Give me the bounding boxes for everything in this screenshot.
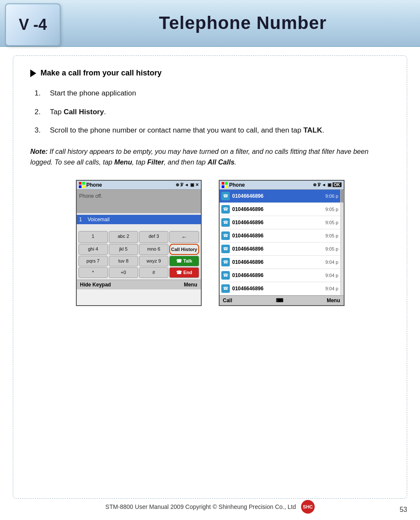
keyboard-icon[interactable]: ⌨: [276, 298, 283, 303]
close-icon[interactable]: ✕: [195, 182, 199, 187]
key-2[interactable]: abc 2: [109, 231, 138, 243]
call-row-1[interactable]: ☎ 01046646896 9:06 p: [220, 190, 340, 203]
note-menu: Menu: [114, 159, 132, 166]
end-button[interactable]: ☎ End: [169, 267, 199, 278]
note-label: Note:: [30, 148, 48, 155]
left-phone-body: Phone off. 1 Voicemail 1 abc 2 def 3 ← g…: [77, 190, 201, 289]
note-filter: Filter: [147, 159, 164, 166]
step-1: 1. Start the phone application: [35, 88, 390, 99]
hide-keypad-button[interactable]: Hide Keypad: [80, 282, 111, 288]
right-phone-status-icons: ⊕ ℣ ◄ ▣ OK: [313, 182, 342, 187]
ok-button[interactable]: OK: [333, 182, 342, 187]
step-1-number: 1.: [35, 88, 50, 99]
key-5[interactable]: jkl 5: [109, 244, 138, 255]
step-2: 2. Tap Call History.: [35, 107, 390, 118]
left-menu-button[interactable]: Menu: [184, 282, 197, 288]
call-icon-7: ☎: [221, 271, 230, 280]
call-icon-5: ☎: [221, 245, 230, 253]
call-list: ☎ 01046646896 9:06 p ☎ 01046646896 9:05 …: [220, 190, 340, 295]
right-signal-icon: ⊕: [313, 182, 316, 187]
call-time-7: 9:04 p: [325, 273, 339, 278]
call-row-7[interactable]: ☎ 01046646896 9:04 p: [220, 269, 340, 282]
key-hash[interactable]: #: [139, 267, 168, 278]
key-7[interactable]: pqrs 7: [78, 256, 108, 266]
key-0[interactable]: +0: [109, 267, 138, 278]
step-2-number: 2.: [35, 107, 50, 118]
call-button[interactable]: Call: [223, 298, 232, 303]
call-row-3[interactable]: ☎ 01046646896 9:05 p: [220, 216, 340, 229]
key-3[interactable]: def 3: [139, 231, 168, 243]
key-8[interactable]: tuv 8: [109, 256, 138, 266]
call-time-1: 9:06 p: [325, 194, 339, 199]
right-phone-screenshot: Phone ⊕ ℣ ◄ ▣ OK ☎ 01046646896 9:: [219, 180, 345, 306]
right-volume-icon: ◄: [322, 182, 326, 187]
call-time-6: 9:04 p: [325, 260, 339, 265]
voicemail-row[interactable]: 1 Voicemail: [77, 215, 201, 224]
note-block: Note: If call history appears to be empt…: [30, 146, 390, 168]
main-content-area: Make a call from your call history 1. St…: [13, 55, 407, 499]
left-phone-titlebar: Phone ⊕ ℣ ◄ ▣ ✕: [77, 181, 201, 190]
talk-button[interactable]: ☎ Talk: [169, 256, 199, 266]
right-phone-body: ☎ 01046646896 9:06 p ☎ 01046646896 9:05 …: [220, 190, 344, 305]
scrollbar[interactable]: [340, 190, 344, 295]
section-heading: Make a call from your call history: [30, 69, 390, 78]
note-sep2: , and then tap: [164, 159, 207, 166]
call-row-6[interactable]: ☎ 01046646896 9:04 p: [220, 256, 340, 269]
note-allcalls: All Calls: [208, 159, 235, 166]
call-row-4[interactable]: ☎ 01046646896 9:05 p: [220, 229, 340, 243]
triangle-icon: [30, 69, 36, 77]
left-phone-app-name: Phone: [87, 182, 102, 188]
note-sep1: , tap: [132, 159, 148, 166]
key-6[interactable]: mno 6: [139, 244, 168, 255]
call-number-1: 01046646896: [232, 193, 325, 199]
call-icon-8: ☎: [221, 284, 230, 293]
call-icon-1: ☎: [221, 192, 230, 200]
footer-logo: SHC: [301, 500, 315, 514]
steps-list: 1. Start the phone application 2. Tap Ca…: [35, 88, 390, 136]
call-time-5: 9:05 p: [325, 246, 339, 251]
right-menu-button[interactable]: Menu: [327, 298, 340, 303]
key-9[interactable]: wxyz 9: [139, 256, 168, 266]
scrollbar-thumb[interactable]: [341, 190, 344, 202]
volume-icon: ◄: [185, 182, 189, 187]
step-3-number: 3.: [35, 125, 50, 136]
call-number-8: 01046646896: [232, 286, 325, 292]
call-time-4: 9:05 p: [325, 233, 339, 238]
phone-separator: [77, 226, 201, 229]
left-phone-screenshot: Phone ⊕ ℣ ◄ ▣ ✕ Phone off. 1 Voicemail 1…: [76, 180, 202, 306]
section-heading-text: Make a call from your call history: [41, 69, 162, 78]
svg-rect-0: [79, 182, 81, 185]
screenshots-row: Phone ⊕ ℣ ◄ ▣ ✕ Phone off. 1 Voicemail 1…: [30, 180, 390, 306]
battery-icon: ▣: [190, 182, 194, 187]
footer-text: STM-8800 User Manual 2009 Copyright © Sh…: [105, 503, 296, 510]
call-list-container: ☎ 01046646896 9:06 p ☎ 01046646896 9:05 …: [220, 190, 344, 295]
call-number-4: 01046646896: [232, 233, 325, 239]
call-icon-6: ☎: [221, 258, 230, 266]
left-phone-footer: Hide Keypad Menu: [77, 280, 201, 289]
step-2-text: Tap Call History.: [50, 107, 390, 118]
phone-off-text: Phone off.: [77, 190, 201, 213]
right-battery-icon: ▣: [327, 182, 331, 187]
svg-rect-4: [222, 182, 224, 185]
page-header: V -4 Telephone Number: [0, 0, 420, 47]
key-1[interactable]: 1: [78, 231, 108, 243]
page-title: Telephone Number: [66, 0, 420, 46]
call-time-8: 9:04 p: [325, 286, 339, 291]
page-number: 53: [400, 506, 407, 514]
key-4[interactable]: ghi 4: [78, 244, 108, 255]
call-number-7: 01046646896: [232, 272, 325, 278]
key-back[interactable]: ←: [169, 231, 199, 243]
call-history-button[interactable]: Call History: [169, 244, 199, 255]
key-star[interactable]: *: [78, 267, 108, 278]
antenna-icon: ℣: [180, 182, 183, 187]
call-row-8[interactable]: ☎ 01046646896 9:04 p: [220, 282, 340, 295]
right-phone-app-name: Phone: [229, 182, 245, 188]
section-badge: V -4: [5, 3, 61, 46]
svg-rect-7: [225, 185, 228, 188]
step-3: 3. Scroll to the phone number or contact…: [35, 125, 390, 136]
call-icon-2: ☎: [221, 205, 230, 214]
call-row-5[interactable]: ☎ 01046646896 9:05 p: [220, 243, 340, 256]
call-icon-4: ☎: [221, 231, 230, 240]
call-row-2[interactable]: ☎ 01046646896 9:05 p: [220, 203, 340, 216]
call-number-3: 01046646896: [232, 220, 325, 225]
